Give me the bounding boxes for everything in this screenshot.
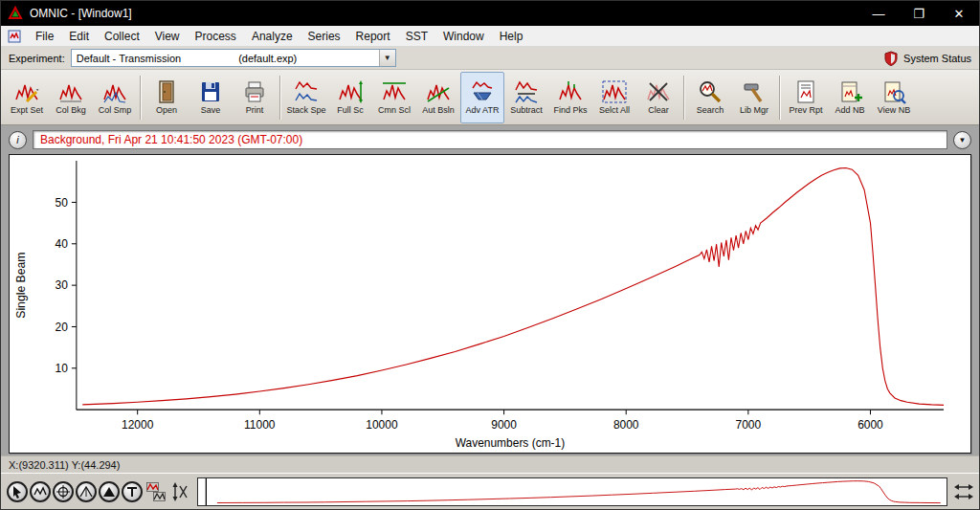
toolbar-button-stack-spe[interactable]: Stack Spe <box>284 72 328 123</box>
menu-item-analyze[interactable]: Analyze <box>244 26 301 46</box>
menu-item-process[interactable]: Process <box>188 26 244 46</box>
toolbar-button-view-nb[interactable]: View NB <box>872 72 916 123</box>
toolbar-button-label: Find Pks <box>553 105 587 115</box>
spectrum-dropdown-button[interactable]: ▼ <box>953 131 971 149</box>
combobox-dropdown-icon[interactable]: ▼ <box>379 50 395 66</box>
experiment-combobox[interactable]: Default - Transmission (default.exp) ▼ <box>71 49 396 67</box>
omnic-window: OMNIC - [Window1] — ❐ ✕ FileEditCollectV… <box>0 0 980 510</box>
minimize-button[interactable]: — <box>858 1 899 26</box>
toolbar-separator <box>140 76 142 120</box>
spectrum-title: Background, Fri Apr 21 10:41:50 2023 (GM… <box>40 133 302 146</box>
menu-item-edit[interactable]: Edit <box>61 26 97 46</box>
overview-pane[interactable] <box>197 477 947 506</box>
toolbar-button-subtract[interactable]: Subtract <box>504 72 548 123</box>
experiment-value: Default - Transmission <box>72 53 181 64</box>
spectrum-plot[interactable]: 1020304050120001100010000900080007000600… <box>10 155 970 453</box>
toolbar-button-lib-mgr[interactable]: Lib Mgr <box>732 72 776 123</box>
tool-palette <box>7 481 143 502</box>
door-icon <box>154 79 179 104</box>
report-icon <box>793 79 818 104</box>
experiment-file: (default.exp) <box>238 53 297 64</box>
toolbar-button-search[interactable]: Search <box>688 72 732 123</box>
toolbar-button-label: View NB <box>878 105 910 115</box>
menu-item-window[interactable]: Window <box>435 26 492 46</box>
peak-area-tool[interactable] <box>99 481 120 502</box>
crosshair-icon <box>56 485 70 499</box>
x-tick-label: 6000 <box>858 417 883 431</box>
close-button[interactable]: ✕ <box>939 1 979 26</box>
annotation-tool[interactable] <box>122 481 143 502</box>
floppy-icon <box>198 79 223 104</box>
axis-scale-icon[interactable] <box>169 480 190 503</box>
x-axis-label: Wavenumbers (cm-1) <box>456 436 566 450</box>
system-status-label: System Status <box>903 53 971 64</box>
title-bar: OMNIC - [Window1] — ❐ ✕ <box>1 1 979 26</box>
info-button[interactable]: i <box>9 131 27 149</box>
toolbar-button-label: Open <box>156 105 177 115</box>
experiment-bar: Experiment: Default - Transmission (defa… <box>1 47 979 70</box>
info-icon: i <box>16 134 18 145</box>
toolbar-button-selct-all[interactable]: Selct All <box>592 72 636 123</box>
overview-plot[interactable] <box>198 478 947 505</box>
toolbar-button-find-pks[interactable]: Find Pks <box>548 72 592 123</box>
toolbar-button-label: Selct All <box>599 105 630 115</box>
region-select-tool[interactable] <box>53 481 74 502</box>
toolbar-button-clear[interactable]: Clear <box>636 72 680 123</box>
spectrum-collect-icon <box>58 79 83 104</box>
toolbar-button-prev-rpt[interactable]: Prev Rpt <box>784 72 828 123</box>
spectrum-title-box[interactable]: Background, Fri Apr 21 10:41:50 2023 (GM… <box>33 130 947 149</box>
toolbar-button-label: Full Sc <box>337 105 364 115</box>
peak-height-tool[interactable] <box>76 481 97 502</box>
spectral-cursor-tool[interactable] <box>30 481 51 502</box>
experiment-label: Experiment: <box>9 53 65 64</box>
notebook-add-icon <box>837 79 862 104</box>
peakarea-icon <box>102 485 116 499</box>
main-toolbar: Expt SetCol BkgCol SmpOpenSavePrintStack… <box>1 70 979 125</box>
menu-item-sst[interactable]: SST <box>398 26 435 46</box>
stack-icon <box>294 79 319 104</box>
stacked-spectra-icon[interactable] <box>145 480 167 503</box>
spectrum-plot-pane[interactable]: 1020304050120001100010000900080007000600… <box>9 154 971 454</box>
toolbar-button-save[interactable]: Save <box>189 72 233 123</box>
toolbar-button-aut-bsln[interactable]: Aut Bsln <box>416 72 460 123</box>
system-status[interactable]: System Status <box>883 51 971 66</box>
hammer-icon <box>742 79 767 104</box>
toolbar-button-label: Lib Mgr <box>740 105 768 115</box>
toolbar-button-cmn-scl[interactable]: Cmn Scl <box>372 72 416 123</box>
menu-item-series[interactable]: Series <box>301 26 348 46</box>
toolbar-button-open[interactable]: Open <box>145 72 189 123</box>
spectrum-pencil-icon <box>14 79 39 104</box>
document-icon[interactable] <box>7 29 22 44</box>
fullscale-icon <box>338 79 363 104</box>
pointer-tool[interactable] <box>7 481 28 502</box>
toolbar-button-expt-set[interactable]: Expt Set <box>5 72 49 123</box>
pan-arrows-icon[interactable] <box>954 479 973 504</box>
menu-item-help[interactable]: Help <box>492 26 531 46</box>
maximize-button[interactable]: ❐ <box>899 1 939 26</box>
toolbar-button-print[interactable]: Print <box>233 72 277 123</box>
toolbar-button-add-nb[interactable]: Add NB <box>828 72 872 123</box>
toolbar-button-label: Cmn Scl <box>378 105 411 115</box>
bottom-bar <box>1 473 979 509</box>
toolbar-button-label: Stack Spe <box>286 105 325 115</box>
y-axis-label: Single Beam <box>14 252 28 318</box>
toolbar-button-label: Clear <box>648 105 669 115</box>
toolbar-button-adv-atr[interactable]: Adv ATR <box>460 72 504 123</box>
toolbar-button-label: Add NB <box>835 105 864 115</box>
spectrum-collect2-icon <box>102 79 127 104</box>
toolbar-separator <box>779 76 781 120</box>
y-tick-label: 30 <box>56 278 69 292</box>
x-tick-label: 12000 <box>122 417 154 431</box>
menu-item-collect[interactable]: Collect <box>97 26 147 46</box>
toolbar-button-full-sc[interactable]: Full Sc <box>328 72 372 123</box>
menu-item-file[interactable]: File <box>28 26 61 46</box>
y-tick-label: 50 <box>56 195 69 209</box>
menu-item-view[interactable]: View <box>147 26 188 46</box>
menu-item-report[interactable]: Report <box>348 26 398 46</box>
toolbar-button-label: Col Smp <box>99 105 132 115</box>
toolbar-button-col-bkg[interactable]: Col Bkg <box>49 72 93 123</box>
toolbar-button-col-smp[interactable]: Col Smp <box>93 72 137 123</box>
toolbar-button-label: Expt Set <box>11 105 43 115</box>
overview-trace <box>217 480 941 502</box>
textT-icon <box>125 485 139 499</box>
